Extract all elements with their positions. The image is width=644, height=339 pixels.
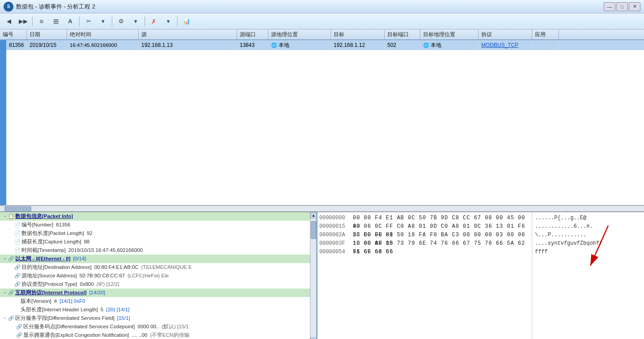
toolbar-sep-3 xyxy=(112,17,112,26)
tree-label-ethernet[interactable]: 以太网 - II[Ethernet - II] xyxy=(15,255,71,263)
ascii-row-3: ....syntvfguvfZbqohff xyxy=(535,239,641,248)
tree-toggle-dsf[interactable]: − xyxy=(2,314,8,322)
net-icon-ecn: 🔗 xyxy=(16,331,22,339)
tree-label-ip[interactable]: 互联网协议[Internet Protocol] xyxy=(15,289,87,297)
title-bar-left: S 数据包 - 诊断事件 - 分析工程 2 xyxy=(4,2,95,12)
col-header-dst[interactable]: 目标 xyxy=(331,29,385,39)
table-row[interactable]: 81356 2019/10/15 16:47:45.602166000 192.… xyxy=(6,40,644,50)
doc-icon-timestamp: 📄 xyxy=(14,247,21,254)
tree-item-pktlen[interactable]: · 📄 数据包长度[Packet Length] 92 xyxy=(0,229,316,238)
tree-item-ecn[interactable]: 🔗 显示拥塞通告[Explicit Congestion Notificatio… xyxy=(0,331,316,339)
col-header-protocol[interactable]: 协议 xyxy=(479,29,532,39)
hex-ascii-panel: ......P{...g..E@ ............6...#. \...… xyxy=(532,212,644,339)
col-header-src[interactable]: 源 xyxy=(139,29,237,39)
tree-label-timestamp: 时间截[Timestamp] xyxy=(21,247,66,254)
vscroll-up-btn[interactable]: ▲ xyxy=(310,212,317,218)
tree-extra-dst-addr: (TELEMECANIQUE E xyxy=(141,264,192,271)
tree-leaf-num: · xyxy=(8,221,14,229)
tree-scroll[interactable]: − 📋 数据包信息[Packet Info] · 📄 编号[Number] 81… xyxy=(0,212,316,339)
tree-toggle-packet-info[interactable]: − xyxy=(2,213,8,220)
globe-icon-src: 🌐 xyxy=(271,42,277,48)
tree-item-src-addr[interactable]: · 🔗 源地址[Source Address] 50:7B:9D:C8:CC:6… xyxy=(0,272,316,280)
toolbar-dropdown-button[interactable]: ▾ xyxy=(97,15,109,28)
toolbar-detail-view-button[interactable]: ⊞ xyxy=(50,15,62,28)
hex-bytes-4: 66 66 66 66 xyxy=(353,248,530,256)
tree-vscroll[interactable]: ▲ ▼ xyxy=(310,212,316,339)
cell-dstgeo: 🌐 本地 xyxy=(420,40,479,50)
toolbar-list-view-button[interactable]: ≡ xyxy=(35,15,48,28)
hex-bytes-panel: 00000000 00 80 F4 E1 AB 0C 50 7B 9D C8 C… xyxy=(318,212,532,339)
tree-item-dst-addr[interactable]: · 🔗 目的地址[Destination Address] 00:80:F4:E… xyxy=(0,263,316,272)
ascii-row-0: ......P{...g..E@ xyxy=(535,214,641,222)
tree-item-version[interactable]: · 版本[Version] 4 [14/1] 0xF0 xyxy=(0,297,316,306)
vscroll-down-btn[interactable]: ▼ xyxy=(310,337,317,339)
net-icon-dscp: 🔗 xyxy=(16,323,22,331)
col-header-dstport[interactable]: 目标端口 xyxy=(385,29,420,39)
tree-item-ip[interactable]: − 🔗 互联网协议[Internet Protocol] [14/20] xyxy=(0,289,316,297)
net-icon-dst-addr: 🔗 xyxy=(14,264,21,271)
hex-row-1: 00000015 00 06 0C FF C0 A8 01 0D C0 A8 0… xyxy=(319,222,530,231)
hex-addr-1: 00000015 xyxy=(319,222,353,231)
col-header-date[interactable]: 日期 xyxy=(27,29,67,39)
toolbar-cut-button[interactable]: ✂ xyxy=(82,15,95,28)
tree-item-dsf[interactable]: − 🔗 区分服务字段[Differentiated Services Field… xyxy=(0,314,316,322)
cell-srcgeo: 🌐 本地 xyxy=(268,40,331,50)
toolbar-forward-button[interactable]: ▶▶ xyxy=(17,15,30,28)
tree-value-timestamp: 2019/10/15 16:47:45.602166000 xyxy=(68,247,143,254)
tree-label-packet-info[interactable]: 数据包信息[Packet Info] xyxy=(15,213,73,220)
tree-item-timestamp[interactable]: · 📄 时间截[Timestamp] 2019/10/15 16:47:45.6… xyxy=(0,246,316,255)
tree-label-dst-addr: 目的地址[Destination Address] xyxy=(21,264,92,271)
toolbar-sep-1 xyxy=(32,17,33,26)
packet-list-area[interactable]: 81356 2019/10/15 16:47:45.602166000 192.… xyxy=(0,40,644,205)
tree-item-dscp[interactable]: 🔗 区分服务码点[Differentiated Services Codepoi… xyxy=(0,322,316,331)
col-header-srcgeo[interactable]: 源地理位置 xyxy=(268,29,331,39)
hscroll-thumb[interactable] xyxy=(4,206,31,212)
tree-item-proto-type[interactable]: · 🔗 协议类型[Protocol Type] 0x800 (IP) [12/2… xyxy=(0,280,316,289)
toolbar-settings-button[interactable]: ⚙ xyxy=(115,15,127,28)
tree-item-packet-info[interactable]: − 📋 数据包信息[Packet Info] xyxy=(0,212,316,221)
horizontal-scrollbar[interactable] xyxy=(0,205,644,212)
doc-icon-pktlen: 📄 xyxy=(14,230,21,237)
close-button[interactable]: ✕ xyxy=(629,2,640,11)
toolbar-dropdown2-button[interactable]: ▾ xyxy=(129,15,142,28)
minimize-button[interactable]: — xyxy=(604,2,615,11)
toolbar-sep-2 xyxy=(79,17,80,26)
vscroll-thumb[interactable] xyxy=(311,221,316,239)
cell-dst: 192.168.1.12 xyxy=(331,40,385,50)
doc-icon-packet-info: 📋 xyxy=(8,213,14,220)
tree-item-caplen[interactable]: · 📄 捕获长度[Capture Length] 88 xyxy=(0,238,316,246)
col-header-app[interactable]: 应用 xyxy=(532,29,559,39)
hex-addr-2: 0000002A xyxy=(319,231,353,239)
tree-label-dsf: 区分服务字段[Differentiated Services Field] xyxy=(15,314,114,322)
tree-value-ecn: .... ..00 xyxy=(131,331,147,339)
toolbar-graph-button[interactable]: 📊 xyxy=(180,15,193,28)
maximize-button[interactable]: □ xyxy=(616,2,628,11)
hex-row-2: 0000002A 5C B0 00 01 50 18 FA F0 BA C3 0… xyxy=(319,231,530,239)
col-header-srcport[interactable]: 源端口 xyxy=(237,29,268,39)
tree-item-ihl[interactable]: · 头部长度[Internet Header Length] 5 (20) [1… xyxy=(0,306,316,314)
toolbar-filter-button[interactable]: ✗ xyxy=(148,15,160,28)
cell-src: 192.168.1.13 xyxy=(139,40,237,50)
window-controls[interactable]: — □ ✕ xyxy=(604,2,640,11)
hex-row-0: 00000000 00 80 F4 E1 AB 0C 50 7B 9D C8 C… xyxy=(319,214,530,222)
toolbar-dropdown3-button[interactable]: ▾ xyxy=(162,15,174,28)
cell-srcport: 13843 xyxy=(237,40,268,50)
title-bar: S 数据包 - 诊断事件 - 分析工程 2 — □ ✕ xyxy=(0,0,644,13)
tree-toggle-ip[interactable]: − xyxy=(2,289,8,297)
col-header-abstime[interactable]: 绝对时间 xyxy=(67,29,139,39)
tree-item-number[interactable]: · 📄 编号[Number] 81356 xyxy=(0,221,316,229)
net-icon-dsf: 🔗 xyxy=(8,314,14,322)
toolbar-text-button[interactable]: A xyxy=(64,15,76,28)
tree-label-proto-type: 协议类型[Protocol Type] xyxy=(21,280,77,288)
toolbar-back-button[interactable]: ◀ xyxy=(3,15,15,28)
cell-protocol: MODBUS_TCP xyxy=(479,40,532,50)
cell-abstime: 16:47:45.602166000 xyxy=(67,40,139,50)
col-header-dstgeo[interactable]: 目标地理位置 xyxy=(420,29,479,39)
tree-value-number: 81356 xyxy=(56,221,70,229)
col-header-num[interactable]: 编号 xyxy=(0,29,27,39)
doc-icon-number: 📄 xyxy=(14,221,21,229)
protocol-link[interactable]: MODBUS_TCP xyxy=(481,42,518,48)
tree-extra-dscp: (默认) [15/1 xyxy=(161,323,188,331)
tree-item-ethernet[interactable]: − 🔗 以太网 - II[Ethernet - II] [0/14] xyxy=(0,255,316,263)
tree-toggle-ethernet[interactable]: − xyxy=(2,255,8,263)
